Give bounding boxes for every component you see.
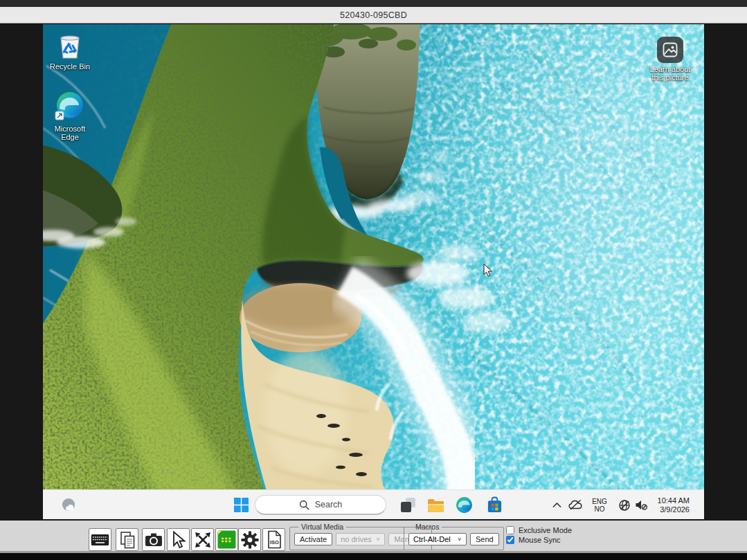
console-title: 520430-095CBD [340,10,407,20]
mouse-cursor [483,264,494,278]
iso-text: ISO [270,539,279,545]
chevron-up-icon [552,502,561,508]
tray-onedrive-button[interactable] [566,490,584,519]
desktop-icon-recycle-bin[interactable]: Recycle Bin [43,33,97,71]
window-top-edge [0,0,747,7]
language-line2: NO [595,505,605,513]
tray-show-hidden-icons[interactable] [549,490,564,519]
weather-cloud-icon [60,496,78,514]
copy-pages-icon [119,531,136,549]
macros-group: Macros Ctrl-Alt-Del ∨ Send [404,523,504,550]
volume-muted-icon [635,499,648,511]
iso-image-icon: ISO [266,530,282,549]
settings-button[interactable] [238,528,261,551]
magnifier-icon [299,500,309,510]
desktop-icon-microsoft-edge[interactable]: Microsoft Edge [43,91,97,141]
task-view-icon [399,496,417,514]
mouse-sync-checkbox[interactable] [506,536,514,544]
picture-icon [662,42,678,58]
folder-icon [426,496,444,514]
spotlight-label-line1: Learn about [650,65,691,73]
video-quality-icon [217,530,236,549]
windows-taskbar: Search [43,489,704,519]
language-line1: ENG [592,498,607,505]
keyboard-icon [91,533,109,547]
globe-offline-icon [618,499,631,512]
macro-value: Ctrl-Alt-Del [413,535,451,543]
edge-label-line1: Microsoft [55,125,86,133]
store-bag-icon [486,496,503,514]
activate-button[interactable]: Activate [294,533,332,545]
kvm-options: Exclusive Mode Mouse Sync [506,526,572,544]
macro-dropdown[interactable]: Ctrl-Alt-Del ∨ [408,533,467,545]
edge-icon [456,496,473,514]
send-macro-button[interactable]: Send [470,533,499,545]
fullscreen-button[interactable] [191,528,214,551]
widgets-weather-button[interactable] [55,490,83,519]
taskbar-search-box[interactable]: Search [255,495,386,515]
dropdown-caret-icon: ∨ [457,536,462,542]
start-button[interactable] [231,490,251,519]
exclusive-mode-checkbox[interactable] [506,526,514,534]
recycle-bin-icon [57,33,83,60]
cloud-offline-icon [568,499,583,511]
clipboard-copy-button[interactable] [116,528,138,551]
tray-language-indicator[interactable]: ENG NO [588,490,611,519]
recycle-bin-label: Recycle Bin [50,62,90,71]
remote-screen[interactable]: Recycle Bin Mic [43,24,704,519]
mouse-sync-option: Mouse Sync [506,536,572,544]
edge-taskbar-button[interactable] [453,490,474,519]
virtual-keyboard-button[interactable] [89,528,111,551]
clock-time: 10:44 AM [658,496,690,505]
gear-icon [241,531,259,549]
clock-date: 3/9/2026 [660,505,690,514]
exclusive-mode-option: Exclusive Mode [506,526,572,534]
iso-mount-button[interactable]: ISO [262,528,285,551]
console-title-bar: 520430-095CBD [0,7,747,24]
windows-logo-icon [234,498,249,512]
camera-icon [145,532,163,548]
file-explorer-button[interactable] [425,490,446,519]
dropdown-caret-icon: ∨ [376,536,381,542]
screenshot-button[interactable] [142,528,165,551]
search-placeholder: Search [315,500,343,509]
task-view-button[interactable] [397,490,418,519]
tray-volume-button[interactable] [633,490,649,519]
desktop-icon-spotlight[interactable]: Learn about this picture [637,37,703,82]
kvm-control-toolbar: ISO Virtual Media Activate no drives ∨ M… [0,521,747,553]
edge-icon [54,91,86,123]
drives-dropdown[interactable]: no drives ∨ [336,533,385,545]
fullscreen-arrows-icon [194,531,212,549]
tray-network-button[interactable] [616,490,633,519]
video-settings-button[interactable] [215,528,238,551]
drives-value: no drives [341,535,372,543]
pointer-mode-button[interactable] [167,528,190,551]
edge-label-line2: Edge [55,133,86,141]
virtual-media-legend: Virtual Media [298,523,346,531]
macros-legend: Macros [413,523,442,531]
mouse-sync-label: Mouse Sync [519,536,561,544]
desktop-wallpaper [43,24,704,519]
microsoft-store-button[interactable] [484,490,505,519]
cursor-arrow-icon [170,531,187,549]
tray-clock[interactable]: 10:44 AM 3/9/2026 [649,490,691,519]
kvm-console-window: 520430-095CBD [0,0,747,560]
console-stage: Recycle Bin Mic [0,24,747,521]
exclusive-mode-label: Exclusive Mode [519,526,572,534]
spotlight-label-line2: this picture [650,73,691,82]
